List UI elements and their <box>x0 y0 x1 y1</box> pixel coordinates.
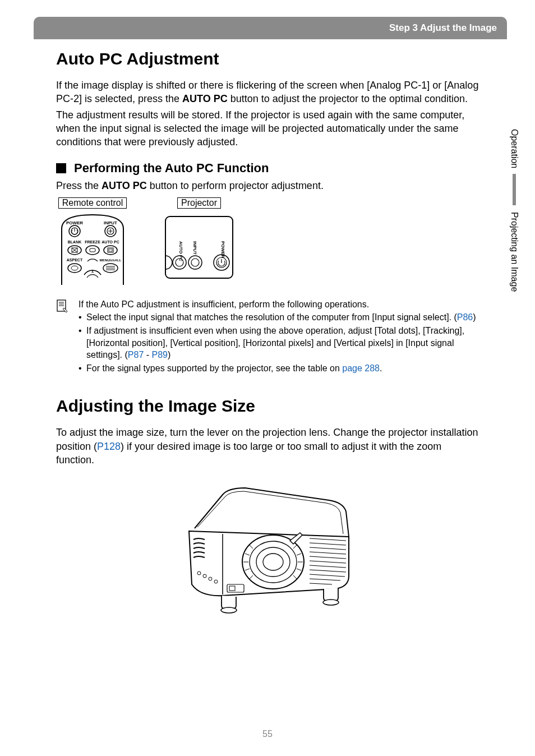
subhead-row: Performing the Auto PC Function <box>56 161 479 176</box>
lbl-input: INPUT <box>104 220 117 225</box>
note-bullet-2: If adjustment is insufficient even when … <box>79 325 479 361</box>
section2-para1: To adjust the image size, turn the lever… <box>56 426 479 467</box>
section1-subhead: Performing the Auto PC Function <box>74 161 269 176</box>
lbl-power: POWER <box>66 220 83 225</box>
side-tab-divider <box>513 174 516 205</box>
figures-row: Remote control POWER INPUT BLANK FREEZE … <box>56 197 479 285</box>
section1-subpara: Press the AUTO PC button to perform proj… <box>56 179 479 192</box>
side-tab-projecting: Projecting an Image <box>509 212 519 292</box>
note-intro: If the Auto PC adjustment is insufficien… <box>79 298 479 311</box>
projector-panel-illustration: AUTO PC INPUT POWER <box>163 212 236 285</box>
b1b: ) <box>473 312 476 322</box>
sp-b: AUTO PC <box>102 180 147 191</box>
lbl-blank: BLANK <box>68 240 82 244</box>
lbl-one: 1 <box>91 269 94 274</box>
link-p89[interactable]: P89 <box>152 350 168 359</box>
remote-control-illustration: POWER INPUT BLANK FREEZE AUTO PC <box>56 212 129 285</box>
bullet-square-icon <box>56 163 66 173</box>
link-page288[interactable]: page 288 <box>342 363 380 373</box>
note-bullet-3: For the signal types supported by the pr… <box>79 362 479 375</box>
b2mid: - <box>144 350 151 359</box>
page-number: 55 <box>0 729 535 739</box>
note-block: If the Auto PC adjustment is insufficien… <box>56 298 479 375</box>
b3b: . <box>380 363 382 373</box>
section1-para1: If the image display is shifted or there… <box>56 79 479 106</box>
note-icon <box>56 298 70 375</box>
side-tabs: Operation Projecting an Image <box>509 129 519 298</box>
svg-point-52 <box>323 600 339 605</box>
sp-a: Press the <box>56 180 102 191</box>
lbl-menu: MENU/chALL <box>99 258 121 262</box>
fig1-label: Remote control <box>58 197 127 209</box>
side-tab-operation: Operation <box>509 129 519 168</box>
figure-remote: Remote control POWER INPUT BLANK FREEZE … <box>56 197 129 285</box>
plbl-input: INPUT <box>192 241 197 255</box>
link-p128[interactable]: P128 <box>97 441 121 452</box>
p1b: AUTO PC <box>182 93 228 104</box>
lbl-autopc: AUTO PC <box>102 240 119 244</box>
b2b: ) <box>168 350 170 359</box>
lbl-aspect: ASPECT <box>67 258 83 262</box>
b3a: For the signal types supported by the pr… <box>86 363 342 373</box>
b1a: Select the input signal that matches the… <box>86 312 457 322</box>
svg-point-51 <box>221 607 237 613</box>
svg-point-38 <box>263 554 283 570</box>
figure-projector-panel: Projector AUTO PC INPUT POWER <box>163 197 236 285</box>
note-bullet-1: Select the input signal that matches the… <box>79 311 479 324</box>
header-bar: Step 3 Adjust the Image <box>34 17 507 39</box>
sp-c: button to perform projector adjustment. <box>147 180 324 191</box>
section1-para2: The adjustment results will be stored. I… <box>56 108 479 149</box>
section2-title: Adjusting the Image Size <box>56 397 479 416</box>
projector-illustration <box>155 478 380 624</box>
header-title: Step 3 Adjust the Image <box>389 22 497 33</box>
link-p87[interactable]: P87 <box>128 350 144 359</box>
note-content: If the Auto PC adjustment is insufficien… <box>79 298 479 375</box>
link-p86[interactable]: P86 <box>457 312 473 322</box>
p1c: button to adjust the projector to the op… <box>228 93 468 104</box>
section1-title: Auto PC Adjustment <box>56 49 479 68</box>
lbl-freeze: FREEZE <box>85 240 100 244</box>
fig2-label: Projector <box>177 197 221 209</box>
